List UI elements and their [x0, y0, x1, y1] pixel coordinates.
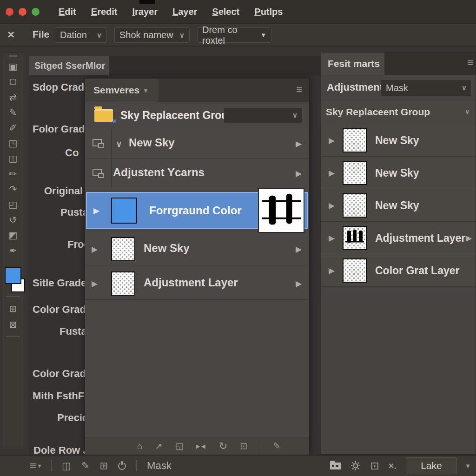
move-tool-icon[interactable]: ⇄	[3, 89, 23, 105]
lake-button[interactable]: Lake	[406, 457, 457, 474]
layer-row-new-sky[interactable]: ∨ New Sky ▶	[85, 129, 309, 159]
close-window-button[interactable]	[6, 8, 13, 16]
left-panel-item-color-grade[interactable]: Color Grade	[33, 304, 92, 316]
pen-tool-icon[interactable]: ✎	[3, 105, 23, 120]
left-panel-item-color-grade-2[interactable]: Color Grade	[33, 368, 92, 380]
layer-row-new-sky-2[interactable]: ▶ New Sky ▶	[85, 233, 309, 265]
panel-menu-icon[interactable]: ≡	[467, 57, 474, 68]
row-arrow-icon[interactable]: ▶	[296, 244, 302, 254]
grid-icon[interactable]: ⊞	[100, 460, 108, 471]
layer-row-new-sky[interactable]: ▶ New Sky	[321, 124, 476, 157]
layer-thumbnail[interactable]	[111, 271, 135, 296]
layers-icon[interactable]: ◫	[62, 460, 71, 471]
foreground-color-swatch[interactable]	[5, 267, 21, 284]
lasso-tool-icon[interactable]: ◳	[3, 135, 23, 151]
left-panel-item-folor-grade[interactable]: Folor Grade	[33, 123, 91, 135]
left-panel-item-fusta[interactable]: Fusta	[60, 325, 87, 337]
expand-arrow-icon[interactable]: ▶	[329, 200, 335, 210]
collapse-icon[interactable]: ▶◀	[196, 443, 206, 450]
group-dropdown[interactable]: ∨	[224, 107, 303, 123]
layer-mask-thumbnail[interactable]	[259, 189, 304, 232]
layer-thumbnail[interactable]	[111, 237, 135, 261]
gradient-tool-icon[interactable]: ◩	[3, 227, 23, 243]
panel-tool-icon[interactable]: ◫	[3, 151, 23, 166]
adjustment-mask-dropdown[interactable]: Mask ∨	[381, 79, 472, 96]
layer-row-forrgraund-color-selected[interactable]: ▶ Forrgraund Color	[86, 192, 308, 229]
menu-irayer[interactable]: Irayer	[132, 7, 158, 17]
expand-arrow-icon[interactable]: ▶	[93, 206, 99, 216]
palette-drag-handle[interactable]	[9, 55, 17, 57]
gear-icon[interactable]	[350, 461, 361, 471]
left-panel-item-mith-fsthf[interactable]: Mith FsthF (	[33, 390, 91, 402]
caret-down-icon[interactable]: ▾	[466, 462, 469, 469]
panel-menu-icon[interactable]: ≡	[296, 84, 303, 95]
menu-layer[interactable]: Layer	[172, 7, 197, 17]
check-icon[interactable]: ∨	[116, 138, 122, 149]
crop-icon[interactable]: ◱	[175, 441, 183, 451]
row-arrow-icon[interactable]: ▶	[466, 233, 472, 243]
refresh-icon[interactable]: ↻	[219, 440, 227, 452]
shok-namew-dropdown[interactable]: Shok namew ∨	[114, 27, 190, 43]
layer-thumbnail[interactable]	[343, 258, 367, 283]
left-panel-item-co[interactable]: Co	[65, 147, 79, 159]
tab-fesit-marts[interactable]: Fesit marts	[321, 53, 384, 75]
layer-row-color-grat-layer[interactable]: ▶ Color Grat Layer	[321, 254, 476, 287]
frame-tool-icon[interactable]: ◰	[3, 197, 23, 212]
left-panel-item-sitle-grade[interactable]: Sitle Grade (	[33, 277, 93, 289]
expand-arrow-icon[interactable]: ▶	[329, 233, 335, 243]
row-arrow-icon[interactable]: ▶	[296, 168, 302, 178]
menu-putlps[interactable]: Putlps	[254, 7, 283, 17]
left-panel-item-pusta[interactable]: Pusta	[60, 206, 88, 218]
list-options-button[interactable]: ≡ ▾	[30, 459, 41, 472]
zoom-tool-icon[interactable]: ⊠	[3, 317, 23, 332]
instance-icon[interactable]: ⊡	[240, 441, 247, 451]
brush-tool-icon[interactable]: ✐	[3, 120, 23, 135]
history-tool-icon[interactable]: ↷	[3, 181, 23, 197]
row-arrow-icon[interactable]: ▶	[296, 278, 302, 288]
frame-icon[interactable]: ⊡	[370, 460, 379, 472]
expand-arrow-icon[interactable]: ▶	[329, 168, 335, 178]
expand-arrow-icon[interactable]: ▶	[329, 265, 335, 275]
menu-select[interactable]: Select	[212, 7, 239, 17]
power-icon[interactable]	[118, 462, 126, 470]
color-swatch[interactable]	[111, 198, 137, 224]
edit-icon[interactable]: ✎	[81, 460, 90, 471]
resize-icon[interactable]: ↗	[155, 441, 162, 451]
minimize-window-button[interactable]	[19, 8, 26, 16]
tab-sitged-sserMlor[interactable]: Sitged SserMlor	[29, 56, 109, 75]
layer-row-adjustment-layer[interactable]: ▶ Adjustment Layer ▶	[85, 267, 309, 300]
drem-co-roxtel-dropdown[interactable]: Drem co roxtel ▼	[197, 27, 271, 43]
expand-arrow-icon[interactable]: ▶	[92, 244, 98, 254]
close-icon[interactable]: ×	[7, 27, 14, 42]
rotate-tool-icon[interactable]: ↺	[3, 212, 23, 227]
pencil-tool-icon[interactable]: ✏	[3, 166, 23, 181]
artboard-tool-icon[interactable]: ▣	[3, 59, 23, 74]
left-panel-item-original[interactable]: Original (	[44, 185, 89, 197]
pencil-icon[interactable]: ✎	[273, 441, 280, 451]
layer-row-new-sky-3[interactable]: ▶ New Sky	[321, 189, 476, 222]
group-header-row[interactable]: × Sky Replaceent Group ∨	[85, 102, 309, 129]
folder-icon[interactable]	[330, 463, 341, 469]
grid-tool-icon[interactable]: ⊞	[3, 301, 23, 316]
sky-replacement-group-dropdown[interactable]: Sky Replaceent Group ∨	[321, 101, 476, 125]
dation-dropdown[interactable]: Dation ∨	[55, 27, 107, 43]
menu-eredit[interactable]: Eredit	[91, 7, 118, 17]
stamp-tool-icon[interactable]: ✒	[3, 243, 23, 258]
menu-edit[interactable]: Edit	[59, 7, 76, 17]
expand-arrow-icon[interactable]: ▶	[92, 278, 98, 288]
layer-mask-thumbnail[interactable]	[343, 226, 367, 250]
tab-semveres[interactable]: Semveres ▾	[85, 79, 159, 102]
expand-arrow-icon[interactable]: ▶	[329, 135, 335, 145]
left-panel-item-sdop-crade[interactable]: Sdop Crade	[33, 81, 90, 93]
layer-row-adjustment-layer[interactable]: ▶ Adjustment Layer ▶	[321, 222, 476, 254]
maximize-window-button[interactable]	[32, 8, 40, 16]
layer-row-adjustent-ycarns[interactable]: Adjustent Ycarns ▶	[85, 159, 309, 188]
layer-thumbnail[interactable]	[343, 193, 367, 218]
layer-row-new-sky-2[interactable]: ▶ New Sky	[321, 157, 476, 189]
left-panel-item-precio[interactable]: Precio	[57, 412, 88, 424]
home-icon[interactable]: ⌂	[137, 441, 142, 451]
marquee-tool-icon[interactable]: □	[3, 74, 23, 89]
layer-thumbnail[interactable]	[343, 128, 367, 152]
close-x-icon[interactable]: ×.	[389, 461, 397, 471]
layer-thumbnail[interactable]	[343, 161, 367, 185]
